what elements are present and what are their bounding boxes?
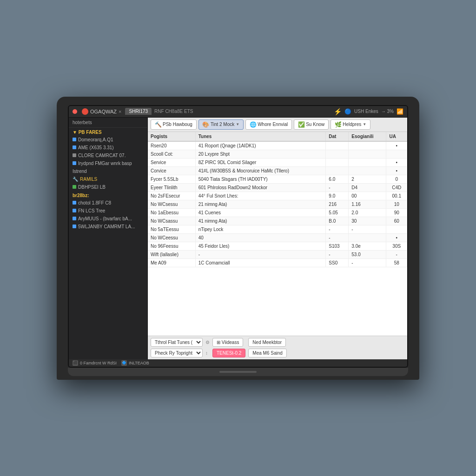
cell-14-2: SS0 [326,258,349,267]
cell-2-1: 8Z PIRC 9DL Comid Silager [195,158,326,166]
title-bar: OGAQWAZ × SHRI173 RNF CH8a8E ETS ⚡ 🔵 USH… [69,106,407,118]
cell-10-0: No 5aTEessu [148,225,195,233]
held-icon: 🌿 [335,121,341,128]
table-row[interactable]: Corvice41#L (IW30B5S & Mocroruice HaMc (… [148,166,407,175]
sidebar-item-sw[interactable]: 5WLJANBY CAMRMT LA... [69,223,147,231]
status-flag-icon: ⬛ [73,361,78,365]
table-row[interactable]: Me A091C ComamciallSS0-58 [148,258,407,267]
tint-arrow: ▼ [236,122,239,126]
table-row[interactable]: Wift (Iallaslie)--53.0- [148,250,407,258]
ned-label: Ned Meekbtor [252,340,282,345]
item-dot-ary [73,217,76,220]
cell-0-3 [349,141,386,150]
laptop-screen: OGAQWAZ × SHRI173 RNF CH8a8E ETS ⚡ 🔵 USH… [68,105,408,368]
table-row[interactable]: Rsen2041 Roport (Qnage (1AIDK1)• [148,141,407,150]
table-row[interactable]: No 2sFEsecur44° Ful Snort Lhes:9.00000.1 [148,192,407,200]
table-row[interactable]: Eyeer Tlinlith601 Phlroloss RadDown2 Moc… [148,183,407,192]
vid-icon: ⊞ [217,340,220,345]
cell-9-4: 60 [386,217,407,225]
held-arrow: ▼ [363,122,366,126]
item-dot-4 [73,161,76,165]
signal-icon: 📶 [397,108,403,115]
cell-14-3: - [349,258,386,267]
cell-0-4: • [386,141,407,150]
sidebar-item-2[interactable]: AME (X635 3.31) [69,144,147,152]
toolbar-btn-psb[interactable]: 🔨 PSb Hawboug [151,119,197,130]
item-dot-ch [73,201,76,205]
sidebar-item-dbh[interactable]: DBHPSEI LB [69,183,147,191]
sidebar-item-3[interactable]: CLORE CAMRCAT 07. [69,152,147,159]
cell-7-3: 1.16 [349,200,386,208]
sidebar-item-fn[interactable]: FN LCS Tree [69,207,147,215]
window-controls [73,109,78,114]
toolbar-btn-held[interactable]: 🌿 Heldpres ▼ [331,119,370,130]
bottom-row-1: Tthrol Flat Tunes ( ⚙ [151,338,210,347]
sidebar-ramils[interactable]: 🔧RAMILS [69,175,147,183]
cell-9-2: B.0 [326,217,349,225]
table-row[interactable]: Scooll Cot:20 Lxypre Shpt [148,150,407,158]
topright-select[interactable]: Pheck Ry Topright [151,349,203,357]
bottom-bar: Tthrol Flat Tunes ( ⚙ Pheck Ry Topright … [148,336,407,359]
cell-1-4 [386,150,407,158]
cell-13-3: 53.0 [349,250,386,258]
status-label-2: INLTEAOB [129,361,149,365]
mea-btn[interactable]: Mea M6 Saind [248,349,286,357]
bottom-row-4: TENESt-0.2 [212,349,245,357]
sidebar-item-ch[interactable]: chotol 1.8FF C8 [69,199,147,207]
cell-8-1: 41 Cuenes [195,208,326,217]
item-dot-2 [73,145,76,149]
toolbar-btn-su[interactable]: ✅ Su Know [294,119,329,130]
cell-5-0: Eyeer Tlinlith [148,183,195,192]
sidebar-item-5[interactable]: Istrend [69,167,147,175]
viideass-btn[interactable]: ⊞ Viideass [212,338,243,347]
cell-5-1: 601 Phlroloss RadDown2 Mockor [195,183,326,192]
table-row[interactable]: Fycer 5.5SLb5040 Tiata Slsgars (TH IAD00… [148,175,407,183]
toolbar-btn3-label: Whore Ennvial [258,122,288,127]
main-content: 🔨 PSb Hawboug 🎨 Tint 2 Mock ▼ 🌐 Whore En… [148,118,407,359]
tenest-btn[interactable]: TENESt-0.2 [212,349,245,357]
table-row[interactable]: Service8Z PIRC 9DL Comid Silager• [148,158,407,166]
toolbar-btn-whore[interactable]: 🌐 Whore Ennvial [245,119,292,130]
table-row[interactable]: No 1aEbessu41 Cuenes5.052.090 [148,208,407,217]
cell-5-3: D4 [349,183,386,192]
cell-14-4: 58 [386,258,407,267]
close-x[interactable]: × [119,109,121,114]
cell-3-0: Corvice [148,166,195,175]
toolbar-btn-tint[interactable]: 🎨 Tint 2 Mock ▼ [198,119,244,130]
select-arrow-2: ↕ [205,350,208,356]
cell-4-0: Fycer 5.5SLb [148,175,195,183]
cell-12-0: No 96Feessu [148,242,195,250]
sidebar-header: hoterbets [69,118,147,128]
cell-6-1: 44° Ful Snort Lhes: [195,192,326,200]
sidebar-section-br: br28bz: [69,191,147,199]
flat-tunes-select[interactable]: Tthrol Flat Tunes ( [151,338,203,347]
cell-10-3: - [349,225,386,233]
item-dot-1 [73,138,76,141]
cell-1-0: Scooll Cot: [148,150,195,158]
sidebar-item-4[interactable]: Irydpnd FMGar wnrk basp [69,159,147,167]
table-row[interactable]: No 5aTEessunTipey Lock-- [148,225,407,233]
item-dot-3 [73,153,76,157]
sidebar-item-1[interactable]: Domeorarq,A.Q1 [69,136,147,144]
status-net-icon: 🔷 [122,361,126,365]
table-row[interactable]: No WCsassu41 nimng Ata)B.03060 [148,217,407,225]
cell-4-1: 5040 Tiata Slsgars (TH IAD00TY) [195,175,326,183]
table-row[interactable]: No WCeessu40-• [148,233,407,242]
cell-10-4 [386,225,407,233]
col-header-ua: UA [386,132,407,141]
tab-label[interactable]: SHRI173 [125,108,152,115]
table-row[interactable]: No 96Feessu45 Feidor Lles)S1033.0e30S [148,242,407,250]
cell-12-1: 45 Feidor Lles) [195,242,326,250]
cell-6-0: No 2sFEsecur [148,192,195,200]
cell-2-4: • [386,158,407,166]
ush-label: USH Enkes [354,109,378,114]
ned-btn[interactable]: Ned Meekbtor [248,338,286,347]
sidebar-item-ary[interactable]: AryMUUS - (bvarfarc bA... [69,215,147,223]
tint-icon: 🎨 [203,121,209,128]
table-row[interactable]: No WCsessu21 nimng Ata)2161.1610 [148,200,407,208]
app-name-section: OGAQWAZ × [82,108,121,115]
close-btn[interactable] [73,109,77,114]
cell-10-1: nTipey Lock [195,225,326,233]
cell-11-2: - [326,233,349,242]
bottom-right-section: Ned Meekbtor Mea M6 Saind [248,338,286,357]
